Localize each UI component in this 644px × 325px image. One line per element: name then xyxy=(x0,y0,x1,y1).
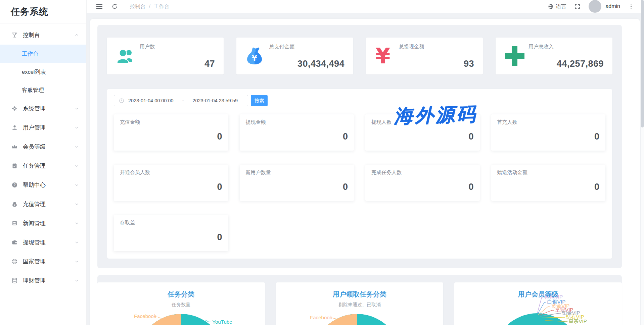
coins-stack-icon xyxy=(11,277,18,284)
refresh-icon[interactable] xyxy=(111,3,118,10)
stat-box-recharge-amount: 充值金额 0 xyxy=(114,114,228,151)
kebab-menu-icon[interactable] xyxy=(628,4,634,9)
chevron-up-icon xyxy=(75,33,79,37)
stat-box-value: 0 xyxy=(120,131,222,142)
globe-lang-icon xyxy=(548,4,554,9)
wallet-icon xyxy=(11,239,18,246)
sidebar-item-label: 理财管理 xyxy=(23,277,46,284)
newspaper-icon xyxy=(11,220,18,227)
sidebar-item-help-center[interactable]: ? 帮助中心 xyxy=(0,175,86,195)
breadcrumb-console[interactable]: 控制台 xyxy=(130,3,146,10)
stat-box-withdraw-amount: 提现金额 0 xyxy=(240,114,354,151)
breadcrumb: 控制台 / 工作台 xyxy=(130,3,169,10)
stat-box-completed-tasks: 完成任务人数 0 xyxy=(365,165,480,201)
stat-box-label: 提现人数 xyxy=(371,119,474,125)
fullscreen-icon[interactable] xyxy=(574,3,581,10)
crown-icon xyxy=(11,144,18,150)
sidebar-item-country[interactable]: 国家管理 xyxy=(0,252,86,271)
svg-text:?: ? xyxy=(13,183,15,187)
moneybag-icon: ¥ xyxy=(11,201,18,208)
sidebar-subitem-workbench[interactable]: 工作台 xyxy=(0,45,86,63)
stat-boxes-grid: 充值金额 0 提现金额 0 提现人数 0 xyxy=(114,114,605,251)
chevron-down-icon xyxy=(75,106,79,111)
app-window: 任务系统 控制台 工作台 excel列表 客服管理 系统管理 xyxy=(0,0,644,325)
stat-box-first-charge: 首充人数 0 xyxy=(491,114,606,151)
gear-icon xyxy=(11,105,18,112)
pie-label-youtube: YouTube xyxy=(212,319,232,325)
chevron-down-icon xyxy=(75,278,79,283)
chart-member-levels: 用户会员等级 青铜VIP 白银VIP 黄金VIP 皇冠VIP xyxy=(454,282,622,325)
search-button[interactable]: 搜索 xyxy=(251,95,268,106)
yen-red-icon: ¥ xyxy=(375,45,399,67)
date-end: 2023-01-04 23:59:59 xyxy=(192,98,238,103)
sidebar-item-wealth[interactable]: 理财管理 xyxy=(0,271,86,290)
chart-title: 用户领取任务分类 xyxy=(276,290,444,299)
stat-card-label: 总提现金额 xyxy=(399,44,474,50)
chevron-down-icon xyxy=(75,125,79,130)
stat-box-value: 0 xyxy=(120,232,222,242)
chart-title: 用户会员等级 xyxy=(454,290,622,299)
scrollbar-thumb[interactable] xyxy=(641,0,644,127)
sidebar-subitem-excel-list[interactable]: excel列表 xyxy=(0,63,86,81)
stat-box-value: 0 xyxy=(246,131,348,142)
chevron-down-icon xyxy=(75,221,79,225)
language-switcher[interactable]: 语言 xyxy=(548,3,566,10)
stat-box-label: 充值金额 xyxy=(120,119,222,125)
chart-subtitle: 剔除未通过、已取消 xyxy=(276,302,444,308)
stat-box-value: 0 xyxy=(497,131,600,142)
stat-box-gift-amount: 赠送活动金额 0 xyxy=(491,165,606,201)
stat-card-label: 总支付金额 xyxy=(269,44,344,50)
sidebar-item-system[interactable]: 系统管理 xyxy=(0,99,86,118)
stat-card-label: 用户数 xyxy=(140,44,215,50)
sidebar-item-label: 系统管理 xyxy=(23,105,46,112)
language-label: 语言 xyxy=(556,3,566,10)
sidebar-item-news[interactable]: 新闻管理 xyxy=(0,214,86,233)
pie-label-facebook: Facebook xyxy=(134,313,156,319)
stat-box-label: 完成任务人数 xyxy=(371,169,474,176)
date-separator: - xyxy=(182,98,184,103)
stat-box-value: 0 xyxy=(246,182,348,192)
sidebar-item-recharge[interactable]: ¥ 充值管理 xyxy=(0,195,86,214)
chevron-down-icon xyxy=(75,183,79,187)
stat-box-withdraw-people: 提现人数 0 xyxy=(365,114,480,151)
stat-box-new-users: 新用户数量 0 xyxy=(240,165,354,201)
cocktail-icon xyxy=(11,32,18,39)
sidebar-item-label: 提现管理 xyxy=(23,238,46,246)
main-area: 控制台 / 工作台 语言 admin xyxy=(87,0,644,325)
stat-box-label: 新用户数量 xyxy=(246,169,348,176)
sidebar-item-member-level[interactable]: 会员等级 xyxy=(0,137,86,156)
top-header: 控制台 / 工作台 语言 admin xyxy=(87,0,644,13)
stat-card-total-income: 用户总收入 44,257,869 xyxy=(496,38,612,74)
chevron-down-icon xyxy=(75,202,79,206)
sidebar-item-console[interactable]: 控制台 xyxy=(0,25,86,45)
user-menu[interactable]: admin xyxy=(589,0,620,13)
globe-icon xyxy=(11,258,18,265)
chart-title: 任务分类 xyxy=(97,290,265,299)
chevron-down-icon xyxy=(75,259,79,264)
scrollbar-track[interactable] xyxy=(641,0,644,325)
stat-box-new-members: 开通会员人数 0 xyxy=(114,165,228,201)
help-icon: ? xyxy=(11,182,18,188)
date-start: 2023-01-04 00:00:00 xyxy=(128,98,174,103)
sidebar-subitem-customer-service[interactable]: 客服管理 xyxy=(0,81,86,99)
clipboard-check-icon xyxy=(11,163,18,169)
sidebar-item-users[interactable]: 用户管理 xyxy=(0,118,86,137)
stat-card-users: 用户数 47 xyxy=(107,38,224,74)
stat-box-value: 0 xyxy=(371,182,474,192)
stat-box-value: 0 xyxy=(497,182,600,192)
sidebar-item-label: 新闻管理 xyxy=(23,219,46,227)
date-range-input[interactable]: 2023-01-04 00:00:00 - 2023-01-04 23:59:5… xyxy=(114,95,248,106)
stat-card-total-paid: ¥ 总支付金额 30,434,494 xyxy=(236,38,353,74)
svg-text:¥: ¥ xyxy=(252,54,257,62)
stat-box-deposit-diff: 存取差 0 xyxy=(114,215,228,251)
sidebar-item-withdraw[interactable]: 提现管理 xyxy=(0,233,86,252)
sidebar-item-label: 控制台 xyxy=(23,31,40,39)
username: admin xyxy=(605,3,620,9)
stat-card-value: 93 xyxy=(399,59,474,69)
sidebar-item-label: 充值管理 xyxy=(23,200,46,208)
stat-card-label: 用户总收入 xyxy=(528,44,604,50)
stat-box-label: 存取差 xyxy=(120,220,222,226)
sidebar-item-tasks[interactable]: 任务管理 xyxy=(0,156,86,175)
stat-card-value: 47 xyxy=(140,59,215,69)
hamburger-menu-icon[interactable] xyxy=(95,2,103,10)
